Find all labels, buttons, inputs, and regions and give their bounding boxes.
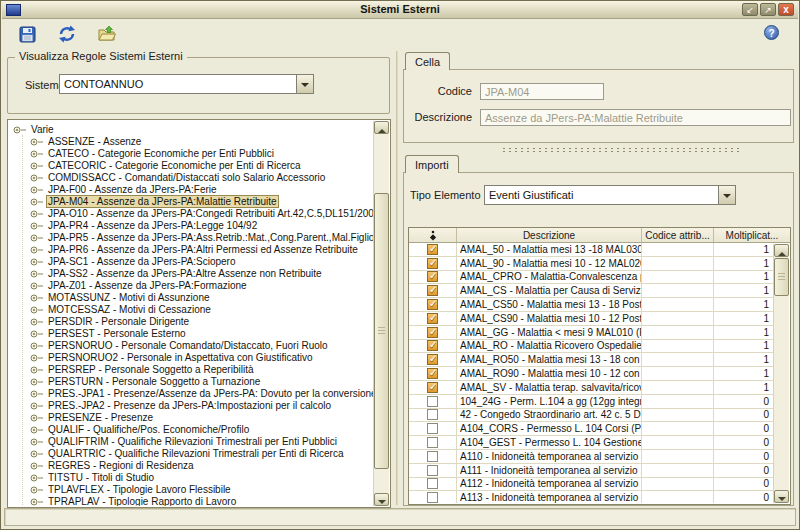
tree-item[interactable]: QUALIFTRIM - Qualifiche Rilevazioni Trim… <box>23 435 373 447</box>
tree-node-icon[interactable] <box>30 413 44 421</box>
row-checkbox[interactable] <box>427 313 438 324</box>
tree-node-icon[interactable] <box>30 497 44 505</box>
tree-node-icon[interactable] <box>30 461 44 469</box>
help-button[interactable]: ? <box>764 25 779 40</box>
table-row[interactable]: A113 - Inidoneità temporanea al servizio… <box>409 491 774 503</box>
row-checkbox[interactable] <box>427 478 438 489</box>
tree-node-icon[interactable] <box>30 269 44 277</box>
tree-node-icon[interactable] <box>13 125 27 133</box>
tree-root[interactable]: Varie <box>9 123 373 135</box>
tree-item[interactable]: JPA-PR4 - Assenze da JPers-PA:Legge 104/… <box>23 219 373 231</box>
tree-node-icon[interactable] <box>30 197 44 205</box>
header-codice-attributo[interactable]: Codice attrib... <box>642 228 714 242</box>
row-checkbox[interactable] <box>427 340 438 351</box>
maximize-button[interactable]: ↗ <box>760 3 776 16</box>
codice-field[interactable]: JPA-M04 <box>480 83 604 100</box>
tree-item[interactable]: PERSEST - Personale Esterno <box>23 327 373 339</box>
tab-cella[interactable]: Cella <box>405 52 450 70</box>
tree-scroll-thumb[interactable] <box>374 193 389 469</box>
open-button[interactable] <box>95 22 119 46</box>
tree-node-icon[interactable] <box>30 281 44 289</box>
table-row[interactable]: AMAL_CS50 - Malattia mesi 13 - 18 Post R… <box>409 298 774 312</box>
tree-item[interactable]: PERSREP - Personale Soggetto a Reperibil… <box>23 363 373 375</box>
table-row[interactable]: A110 - Inidoneità temporanea al servizio… <box>409 450 774 464</box>
row-checkbox[interactable] <box>427 465 438 476</box>
scroll-up-icon[interactable] <box>774 244 789 257</box>
title-bar[interactable]: Sistemi Esterni ↙ ↗ x <box>2 1 798 19</box>
tree-item[interactable]: JPA-M04 - Assenze da JPers-PA:Malattie R… <box>23 195 373 207</box>
tree-item[interactable]: PERSNORUO2 - Personale in Aspettativa co… <box>23 351 373 363</box>
row-checkbox[interactable] <box>427 492 438 503</box>
tree-node-icon[interactable] <box>30 365 44 373</box>
scroll-down-icon[interactable] <box>774 490 789 503</box>
table-row[interactable]: A111 - Inidoneità temporanea al servizio… <box>409 464 774 478</box>
tree-item[interactable]: QUALIF - Qualifiche/Pos. Economiche/Prof… <box>23 423 373 435</box>
row-checkbox[interactable] <box>427 244 438 255</box>
tree-node-icon[interactable] <box>30 233 44 241</box>
tree-node-icon[interactable] <box>30 485 44 493</box>
table-row[interactable]: AMAL_90 - Malattia mesi 10 - 12 MAL020 (… <box>409 257 774 271</box>
tree-node-icon[interactable] <box>30 245 44 253</box>
tree-node-icon[interactable] <box>30 341 44 349</box>
tree-item[interactable]: PERSNORUO - Personale Comandato/Distacca… <box>23 339 373 351</box>
table-row[interactable]: 104_24G - Perm. L.104 a gg (12gg integra… <box>409 395 774 409</box>
tab-importi[interactable]: Importi <box>405 155 459 173</box>
tipo-elemento-dropdown-icon[interactable] <box>718 186 735 204</box>
table-row[interactable]: 42 - Congedo Straordinario art. 42 c. 5 … <box>409 409 774 423</box>
tree-node-icon[interactable] <box>30 401 44 409</box>
tipo-elemento-select[interactable]: Eventi Giustificati <box>484 185 736 205</box>
minimize-button[interactable]: ↙ <box>742 3 758 16</box>
refresh-button[interactable] <box>55 22 79 46</box>
tree-item[interactable]: JPA-SC1 - Assenze da JPers-PA:Sciopero <box>23 255 373 267</box>
horizontal-splitter[interactable] <box>501 147 741 152</box>
row-checkbox[interactable] <box>427 285 438 296</box>
tree-scrollbar[interactable] <box>373 121 389 506</box>
tree-node-icon[interactable] <box>30 305 44 313</box>
table-row[interactable]: AMAL_RO - Malattia Ricovero Ospedaliero … <box>409 340 774 354</box>
table-row[interactable]: A112 - Inidoneità temporanea al servizio… <box>409 478 774 492</box>
sistema-dropdown-icon[interactable] <box>296 75 313 93</box>
tree-node-icon[interactable] <box>30 221 44 229</box>
tree-item[interactable]: JPA-PR6 - Assenze da JPers-PA:Altri Perm… <box>23 243 373 255</box>
tree-node-icon[interactable] <box>30 161 44 169</box>
tree-node-icon[interactable] <box>30 437 44 445</box>
tree-item[interactable]: COMDISSACC - Comandati/Distaccati solo S… <box>23 171 373 183</box>
row-checkbox[interactable] <box>427 423 438 434</box>
tree-item[interactable]: TPRAPLAV - Tipologie Rapporto di Lavoro <box>23 495 373 506</box>
tree-node-icon[interactable] <box>30 353 44 361</box>
row-checkbox[interactable] <box>427 396 438 407</box>
table-row[interactable]: AMAL_RO90 - Malattia mesi 10 - 12 con Ri… <box>409 367 774 381</box>
row-checkbox[interactable] <box>427 258 438 269</box>
row-checkbox[interactable] <box>427 382 438 393</box>
table-scroll-thumb[interactable] <box>774 258 789 296</box>
table-row[interactable]: AMAL_SV - Malattia terap. salvavita/rico… <box>409 381 774 395</box>
row-checkbox[interactable] <box>427 299 438 310</box>
close-button[interactable]: x <box>778 3 794 16</box>
tree-item[interactable]: JPA-SS2 - Assenze da JPers-PA:Altre Asse… <box>23 267 373 279</box>
tree-node-icon[interactable] <box>30 257 44 265</box>
tree-item[interactable]: JPA-Z01 - Assenze da JPers-PA:Formazione <box>23 279 373 291</box>
tree-item[interactable]: JPA-F00 - Assenze da JPers-PA:Ferie <box>23 183 373 195</box>
tree-item[interactable]: REGRES - Regioni di Residenza <box>23 459 373 471</box>
tree-node-icon[interactable] <box>30 329 44 337</box>
row-checkbox[interactable] <box>427 437 438 448</box>
sistema-select[interactable]: CONTOANNUO <box>59 74 314 94</box>
row-checkbox[interactable] <box>427 451 438 462</box>
tree-item[interactable]: PRESENZE - Presenze <box>23 411 373 423</box>
tree-item[interactable]: MOTCESSAZ - Motivi di Cessazione <box>23 303 373 315</box>
tree-item[interactable]: CATECORIC - Categorie Economiche per Ent… <box>23 159 373 171</box>
tree-node-icon[interactable] <box>30 137 44 145</box>
tree-item[interactable]: PRES.-JPA2 - Presenze da JPers-PA:Impost… <box>23 399 373 411</box>
table-row[interactable]: AMAL_CS - Malattia per Causa di Servizio… <box>409 284 774 298</box>
tree-node-icon[interactable] <box>30 185 44 193</box>
row-checkbox[interactable] <box>427 409 438 420</box>
tree-node-icon[interactable] <box>30 149 44 157</box>
tree-item[interactable]: PRES.-JPA1 - Presenze/Assenze da JPers-P… <box>23 387 373 399</box>
tree-node-icon[interactable] <box>30 209 44 217</box>
tree-item[interactable]: TPLAVFLEX - Tipologie Lavoro Flessibile <box>23 483 373 495</box>
row-checkbox[interactable] <box>427 271 438 282</box>
table-row[interactable]: AMAL_CPRO - Malattia-Convalescenza post … <box>409 271 774 285</box>
tree-node-icon[interactable] <box>30 473 44 481</box>
panel-splitter[interactable] <box>396 51 399 505</box>
tree-item[interactable]: JPA-PR5 - Assenze da JPers-PA:Ass.Retrib… <box>23 231 373 243</box>
